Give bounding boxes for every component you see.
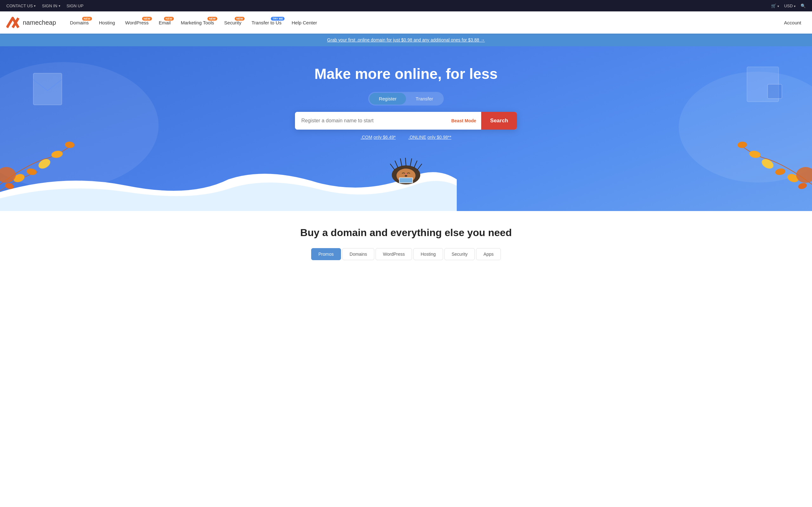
nav-label-account: Account	[784, 20, 801, 25]
section-title: Buy a domain and everything else you nee…	[6, 227, 806, 239]
chevron-icon: ▾	[59, 4, 60, 8]
envelope-left-decoration	[32, 72, 70, 117]
svg-line-24	[417, 164, 422, 170]
nav-label-transfer: Transfer to Us	[252, 20, 281, 25]
search-bar: Beast Mode Search	[295, 112, 517, 130]
svg-line-20	[400, 158, 402, 166]
chevron-icon: ▾	[777, 4, 779, 8]
hero-tabs: Register Transfer	[368, 92, 444, 106]
cart-link[interactable]: 🛒 ▾	[771, 3, 779, 8]
logo-icon	[6, 17, 20, 28]
hero-title: Make more online, for less	[314, 65, 498, 82]
sign-in-label: SIGN IN	[42, 3, 57, 8]
nav-item-email[interactable]: NEW Email	[154, 17, 175, 28]
leaves-left	[0, 127, 83, 192]
svg-point-4	[26, 168, 38, 176]
bottom-tabs: Promos Domains WordPress Hosting Securit…	[6, 248, 806, 260]
search-button[interactable]: Search	[481, 112, 517, 130]
svg-line-23	[414, 161, 417, 168]
svg-point-15	[737, 141, 747, 149]
search-icon: 🔍	[801, 3, 806, 8]
nav-item-domains[interactable]: NEW Domains	[66, 17, 93, 28]
contact-us-link[interactable]: CONTACT US ▾	[6, 3, 36, 8]
leaves-right	[729, 127, 812, 192]
bottom-tab-promos[interactable]: Promos	[311, 248, 341, 260]
top-bar-right: 🛒 ▾ USD ▾ 🔍	[771, 3, 806, 8]
nav-label-security: Security	[224, 20, 241, 25]
nav-badge-new: NEW	[82, 17, 92, 20]
svg-line-18	[390, 164, 395, 170]
logo[interactable]: namecheap	[6, 17, 56, 28]
svg-point-7	[51, 150, 63, 159]
nav-badge-new: NEW	[164, 17, 174, 20]
bottom-tab-hosting[interactable]: Hosting	[413, 248, 443, 260]
sign-up-label: SIGN UP	[67, 3, 84, 8]
online-label: .ONLINE	[409, 135, 426, 140]
nav-badge-tryme: TRY ME	[271, 17, 285, 20]
beast-mode-button[interactable]: Beast Mode	[446, 112, 481, 130]
nav-items: NEW Domains Hosting NEW WordPress NEW Em…	[66, 17, 806, 28]
svg-rect-28	[400, 178, 412, 182]
tab-register[interactable]: Register	[369, 93, 406, 105]
svg-point-26	[405, 175, 407, 177]
bottom-tab-domains[interactable]: Domains	[342, 248, 374, 260]
svg-rect-2	[768, 84, 782, 99]
chevron-icon: ▾	[794, 4, 796, 8]
promo-text: Grab your first .online domain for just …	[327, 38, 485, 43]
promo-banner: Grab your first .online domain for just …	[0, 34, 812, 46]
nav-item-security[interactable]: NEW Security	[220, 17, 246, 28]
nav-item-hosting[interactable]: Hosting	[95, 17, 119, 28]
domain-links: .COM only $6.49* .ONLINE only $0.98**	[361, 135, 451, 140]
nav-label-email: Email	[159, 20, 171, 25]
svg-point-13	[798, 182, 808, 190]
svg-line-22	[410, 158, 412, 166]
currency-selector[interactable]: USD ▾	[784, 3, 796, 8]
top-bar: CONTACT US ▾ SIGN IN ▾ SIGN UP 🛒 ▾ USD ▾…	[0, 0, 812, 11]
svg-point-9	[0, 167, 16, 183]
nav-item-helpcenter[interactable]: Help Center	[287, 17, 321, 28]
com-price: only $6.49*	[373, 135, 396, 140]
bottom-tab-apps[interactable]: Apps	[476, 248, 501, 260]
logo-text: namecheap	[23, 19, 56, 26]
nav-label-domains: Domains	[70, 20, 89, 25]
nav-item-marketing[interactable]: NEW Marketing Tools	[176, 17, 218, 28]
search-link[interactable]: 🔍	[801, 3, 806, 8]
nav-label-wordpress: WordPress	[125, 20, 149, 25]
cart-icon: 🛒	[771, 3, 776, 8]
com-link[interactable]: .COM only $6.49*	[361, 135, 396, 140]
nav-label-helpcenter: Help Center	[292, 20, 317, 25]
top-bar-left: CONTACT US ▾ SIGN IN ▾ SIGN UP	[6, 3, 84, 8]
promo-link[interactable]: Grab your first .online domain for just …	[327, 38, 485, 43]
nav-item-wordpress[interactable]: NEW WordPress	[121, 17, 153, 28]
bottom-tab-wordpress[interactable]: WordPress	[375, 248, 412, 260]
hedgehog-mascot	[384, 153, 428, 186]
main-nav: namecheap NEW Domains Hosting NEW WordPr…	[0, 11, 812, 34]
svg-rect-0	[33, 73, 62, 105]
nav-badge-new: NEW	[235, 17, 245, 20]
nav-label-marketing: Marketing Tools	[181, 20, 214, 25]
hero-section: Make more online, for less Register Tran…	[0, 46, 812, 211]
nav-item-transfer[interactable]: TRY ME Transfer to Us	[247, 17, 286, 28]
nav-badge-new: NEW	[207, 17, 217, 20]
svg-point-8	[65, 141, 75, 149]
chevron-icon: ▾	[34, 4, 36, 8]
svg-point-11	[775, 168, 786, 176]
online-price: only $0.98**	[427, 135, 451, 140]
tab-transfer[interactable]: Transfer	[406, 93, 443, 105]
sign-in-link[interactable]: SIGN IN ▾	[42, 3, 60, 8]
svg-line-21	[405, 158, 406, 166]
domain-search-input[interactable]	[295, 112, 446, 130]
bottom-tab-security[interactable]: Security	[444, 248, 475, 260]
contact-us-label: CONTACT US	[6, 3, 33, 8]
com-label: .COM	[361, 135, 372, 140]
nav-item-account[interactable]: Account	[780, 17, 806, 28]
envelope-right-decoration	[745, 65, 786, 114]
below-section: Buy a domain and everything else you nee…	[0, 211, 812, 270]
nav-label-hosting: Hosting	[99, 20, 115, 25]
nav-badge-new: NEW	[142, 17, 152, 20]
online-link[interactable]: .ONLINE only $0.98**	[409, 135, 451, 140]
sign-up-link[interactable]: SIGN UP	[67, 3, 84, 8]
svg-point-14	[749, 150, 761, 159]
svg-point-16	[796, 167, 812, 183]
svg-point-6	[4, 182, 14, 190]
